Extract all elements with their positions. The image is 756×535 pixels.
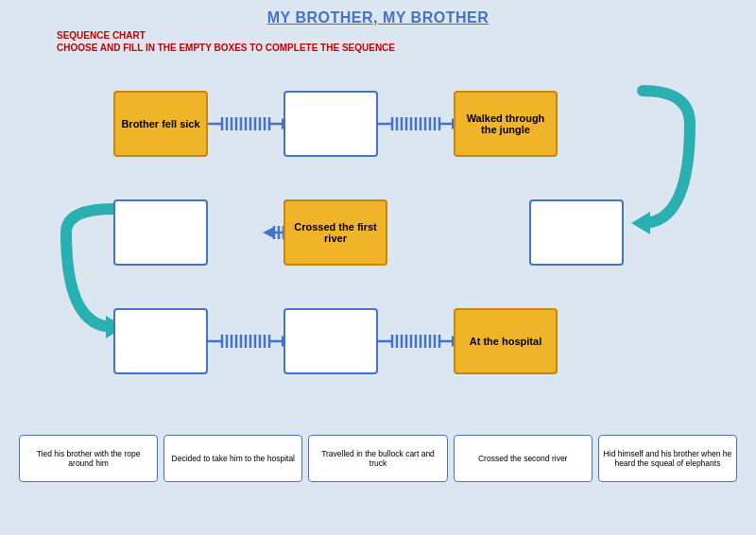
option-3[interactable]: Travelled in the bullock cart and truck — [308, 435, 447, 482]
option-1[interactable]: Tied his brother with the rope around hi… — [19, 435, 158, 482]
option-4[interactable]: Crossed the second river — [454, 435, 593, 482]
box-row2-empty-left — [113, 199, 208, 266]
option-2[interactable]: Decided to take him to the hospital — [163, 435, 302, 482]
box-row2-empty-right — [529, 199, 624, 266]
svg-marker-56 — [263, 227, 274, 238]
page-title: MY BROTHER, MY BROTHER — [19, 9, 737, 26]
box-crossed-first-river: Crossed the first river — [284, 199, 387, 266]
page: MY BROTHER, MY BROTHER SEQUENCE CHART CH… — [0, 0, 756, 535]
box-row3-empty-left — [113, 308, 208, 374]
box-row1-empty — [284, 91, 378, 157]
svg-marker-28 — [631, 212, 650, 234]
subtitle1: SEQUENCE CHART — [57, 30, 737, 41]
box-brother-fell-sick: Brother fell sick — [113, 91, 208, 157]
box-walked-jungle: Walked through the jungle — [454, 91, 558, 157]
box-row3-empty-mid — [284, 308, 378, 374]
option-5[interactable]: Hid himself and his brother when he hear… — [598, 435, 737, 482]
subtitle2: CHOOSE AND FILL IN THE EMPTY BOXES TO CO… — [57, 43, 737, 53]
flow-diagram: Brother fell sick Walked through the jun… — [19, 62, 737, 431]
box-at-hospital: At the hospital — [454, 308, 558, 374]
options-row: Tied his brother with the rope around hi… — [19, 435, 737, 482]
